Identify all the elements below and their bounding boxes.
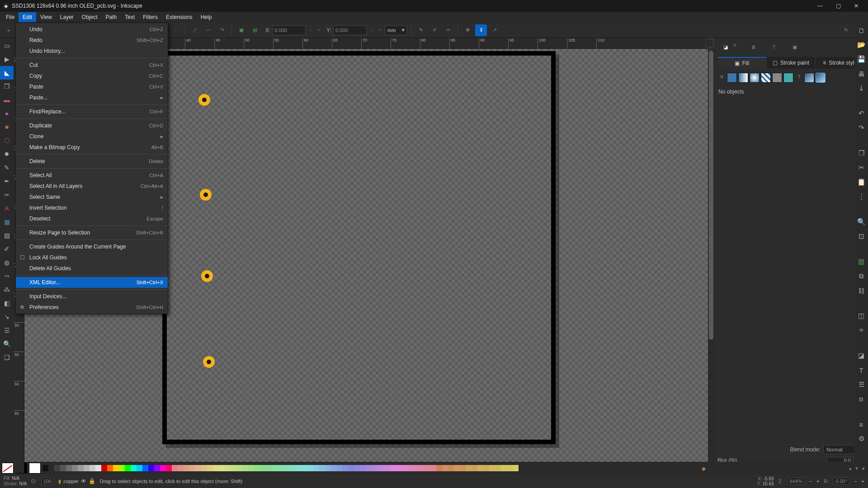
rect-tool[interactable]: ▬ [0,93,14,107]
menu-item-deselect[interactable]: DeselectEscape [16,213,168,224]
palette-color[interactable] [42,465,48,471]
palette-color[interactable] [131,465,137,471]
color-manage-icon[interactable]: ◆ [700,465,707,472]
palette-color[interactable] [425,465,430,471]
palette-color[interactable] [148,465,154,471]
show-outline-button[interactable]: ↗ [489,24,500,36]
palette-color[interactable] [360,465,366,471]
text-tool[interactable]: A [0,202,14,215]
menu-item-xml-editor-[interactable]: XML Editor...Shift+Ctrl+X [16,277,168,288]
pcb-pad[interactable] [200,189,212,201]
palette-color[interactable] [313,465,319,471]
palette-color[interactable] [189,465,195,471]
menu-item-duplicate[interactable]: DuplicateCtrl+D [16,120,168,131]
unlink-button[interactable]: ⛓ [854,284,868,297]
palette-color[interactable] [354,465,360,471]
palette-color[interactable] [107,465,113,471]
menu-view[interactable]: View [36,12,56,22]
palette-color[interactable] [125,465,131,471]
unset2-button[interactable] [816,73,826,83]
transform-handles-button[interactable]: ✥ [462,24,473,36]
group-button[interactable]: ◫ [854,309,868,323]
palette-color[interactable] [101,465,107,471]
menu-item-paste-[interactable]: Paste...▸ [16,92,168,103]
fill-stroke-tab-icon[interactable]: ◪ [721,42,730,52]
snap-toggle-button[interactable]: ↻ [840,24,852,36]
palette-color[interactable] [336,465,342,471]
export-button[interactable]: ⤓ [854,81,868,95]
radial-gradient-button[interactable] [750,73,760,83]
palette-color[interactable] [219,465,225,471]
palette-color[interactable] [225,465,231,471]
flatten-button[interactable]: ▤ [249,24,261,36]
palette-color[interactable] [119,465,125,471]
y-coordinate-input[interactable] [333,25,367,35]
clone-button[interactable]: ⧉ [854,269,868,283]
layers-tool[interactable]: ❐ [0,80,14,93]
node-tool[interactable]: ▶ [0,52,14,66]
palette-color[interactable] [142,465,148,471]
palette-color[interactable] [330,465,336,471]
palette-color[interactable] [283,465,289,471]
x-coordinate-input[interactable] [272,25,306,35]
gradient-tool[interactable]: ▦ [0,215,14,229]
eraser-tool[interactable]: ◧ [0,296,14,310]
no-color-swatch[interactable] [2,463,14,474]
palette-color[interactable] [231,465,236,471]
copy-button[interactable]: ❐ [854,146,868,160]
text-tab-icon[interactable]: T [769,42,778,52]
dropper-tool[interactable]: ✐ [0,242,14,256]
layer-name[interactable]: copper [63,479,79,484]
palette-color[interactable] [242,465,248,471]
palette-color[interactable] [348,465,354,471]
menu-text[interactable]: Text [121,12,139,22]
palette-color[interactable] [266,465,272,471]
menu-filters[interactable]: Filters [139,12,162,22]
palette-color[interactable] [289,465,295,471]
palette-color[interactable] [295,465,301,471]
palette-color[interactable] [137,465,142,471]
white-swatch[interactable] [29,463,41,474]
pencil-tool[interactable]: ✎ [0,161,14,174]
close-tab-icon[interactable]: ✕ [733,42,737,52]
palette-color[interactable] [401,465,407,471]
unknown-paint-button[interactable]: ? [795,73,803,81]
layer-indicator-icon[interactable]: ▮ [58,479,61,484]
palette-color[interactable] [260,465,266,471]
pages-tool[interactable]: ❏ [0,351,14,364]
palette-color[interactable] [483,465,489,471]
menu-item-cut[interactable]: CutCtrl+X [16,60,168,70]
clip-edit-button[interactable]: ✎ [415,24,427,36]
zoom-fit-button[interactable]: 🔍 [854,215,868,229]
box3d-tool[interactable]: ⬡ [0,134,14,147]
line-segment-button[interactable]: ／ [189,24,201,36]
menu-item-lock-all-guides[interactable]: ☐Lock All Guides [16,252,168,263]
palette-color[interactable] [342,465,348,471]
duplicate-button[interactable]: ▥ [854,255,868,268]
calligraphy-tool[interactable]: ✑ [0,188,14,202]
palette-color[interactable] [272,465,278,471]
palette-color[interactable] [113,465,119,471]
palette-menu-icon[interactable]: ◂ [860,465,866,471]
layer-lock-icon[interactable]: 🔓 [89,478,95,484]
fsp-tab-stroke-paint[interactable]: ▢Stroke paint [767,57,816,69]
palette-color[interactable] [301,465,307,471]
fsp-tab-fill[interactable]: ▣Fill [717,57,767,69]
menu-help[interactable]: Help [197,12,216,22]
palette-color[interactable] [366,465,372,471]
unset-button[interactable] [804,73,814,83]
palette-color[interactable] [372,465,377,471]
palette-color[interactable] [413,465,419,471]
menu-item-select-all-in-all-layers[interactable]: Select All in All LayersCtrl+Alt+A [16,181,168,192]
palette-color[interactable] [507,465,513,471]
swatch-button[interactable] [783,73,793,83]
palette-color[interactable] [236,465,242,471]
save-document-button[interactable]: 💾 [854,52,868,66]
menu-item-input-devices-[interactable]: Input Devices... [16,291,168,302]
layers-panel-button[interactable]: ☰ [854,378,868,391]
curve-segment-button[interactable]: 〰 [203,24,214,36]
zoom-field[interactable]: 844% [787,478,804,485]
palette-color[interactable] [501,465,507,471]
palette-color[interactable] [60,465,66,471]
menu-item-find-replace-[interactable]: Find/Replace...Ctrl+F [16,106,168,117]
